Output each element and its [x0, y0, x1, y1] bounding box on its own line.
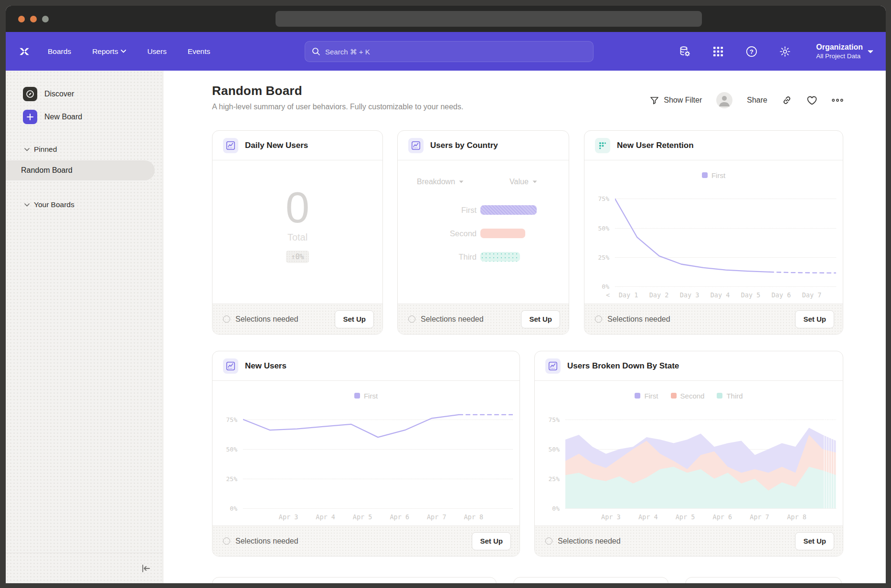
chart-x-labels: <Day 1Day 2Day 3Day 4Day 5Day 6Day 7	[584, 286, 843, 304]
status-message: Selections needed	[408, 315, 484, 324]
x-axis-label: Day 5	[736, 291, 765, 299]
y-axis-tick: 0%	[216, 505, 237, 512]
metric-delta-badge: ↑0%	[286, 251, 308, 263]
legend-item[interactable]: First	[354, 392, 378, 400]
avatar[interactable]	[716, 92, 732, 108]
status-circle-icon	[408, 315, 415, 323]
y-axis-tick: 0%	[539, 505, 560, 512]
browser-window: Boards Reports Users Events	[6, 6, 886, 583]
status-message: Selections needed	[595, 315, 670, 324]
set-up-button[interactable]: Set Up	[795, 532, 834, 550]
mixpanel-logo-icon[interactable]	[18, 45, 31, 58]
nav-item-boards[interactable]: Boards	[48, 47, 71, 56]
sidebar-footer	[6, 553, 163, 583]
legend-item[interactable]: First	[702, 171, 725, 179]
collapse-sidebar-icon[interactable]	[141, 564, 151, 573]
card-title: Users Broken Down By State	[567, 361, 679, 371]
search-input[interactable]	[325, 48, 586, 56]
y-axis-tick: 50%	[539, 445, 560, 452]
y-axis-tick: 75%	[588, 195, 609, 202]
sidebar-item-discover[interactable]: Discover	[6, 86, 163, 102]
window-minimize-button[interactable]	[30, 16, 37, 22]
org-switcher[interactable]: Organization All Project Data	[816, 42, 873, 60]
line-chart-icon	[408, 138, 424, 153]
x-axis-label: Apr 5	[344, 513, 381, 521]
metric-value: 0	[286, 185, 309, 230]
browser-titlebar	[6, 6, 886, 32]
users-by-state-chart: FirstSecondThird75%50%25%0%Apr 3Apr 4Apr…	[535, 381, 843, 525]
forecast-band	[824, 408, 836, 508]
org-name: Organization	[816, 42, 863, 52]
card-new-users: New Users First75%50%25%0%Apr 3Apr 4Apr …	[212, 351, 520, 556]
x-axis-label: Day 3	[675, 291, 704, 299]
card-daily-new-users: Daily New Users 0 Total ↑0% Selections n…	[212, 130, 383, 335]
legend-item[interactable]: First	[635, 392, 658, 400]
x-axis-label: Day 7	[797, 291, 826, 299]
nav-item-reports[interactable]: Reports	[92, 47, 126, 56]
legend-item[interactable]: Second	[671, 392, 705, 400]
window-zoom-button[interactable]	[42, 16, 49, 22]
y-axis-tick: 75%	[539, 416, 560, 423]
chart-plot: 75%50%25%0%	[539, 408, 839, 508]
share-button[interactable]: Share	[747, 96, 767, 105]
address-bar[interactable]	[276, 11, 702, 27]
settings-gear-icon[interactable]	[779, 45, 791, 58]
set-up-button[interactable]: Set Up	[795, 310, 834, 328]
nav-item-users[interactable]: Users	[147, 47, 166, 56]
chevron-down-icon	[24, 203, 30, 207]
x-axis-label: Apr 8	[778, 513, 816, 521]
global-search[interactable]	[305, 41, 594, 62]
legend-item[interactable]: Third	[717, 392, 742, 400]
card-stacked-line-graph: Stacked Line Graph	[212, 577, 497, 583]
data-management-icon[interactable]	[679, 45, 691, 58]
status-circle-icon	[595, 315, 602, 323]
value-dropdown[interactable]: Value	[509, 178, 537, 186]
set-up-button[interactable]: Set Up	[335, 310, 374, 328]
card-insights-report: Insights Report	[513, 577, 668, 583]
sidebar-item-random-board[interactable]: Random Board	[6, 160, 155, 180]
window-close-button[interactable]	[18, 16, 25, 22]
breakdown-dropdown[interactable]: Breakdown	[417, 178, 464, 186]
card-users-by-state: Users Broken Down By State FirstSecondTh…	[534, 351, 843, 556]
country-row: Second	[398, 229, 569, 238]
chart-x-labels: Apr 3Apr 4Apr 5Apr 6Apr 7Apr 8	[239, 508, 517, 525]
compass-icon	[23, 87, 37, 101]
x-axis-label: Apr 4	[307, 513, 344, 521]
y-axis-tick: 0%	[588, 283, 609, 290]
sidebar-section-your-boards[interactable]: Your Boards	[6, 199, 163, 211]
nav-item-events[interactable]: Events	[188, 47, 210, 56]
sidebar-item-new-board[interactable]: New Board	[6, 109, 163, 125]
line-chart-icon	[223, 138, 238, 153]
scroll-left-icon[interactable]: <	[604, 291, 612, 299]
help-icon[interactable]: ?	[745, 45, 758, 58]
copy-link-icon[interactable]	[782, 95, 792, 105]
ghost-bar	[480, 229, 525, 238]
y-axis-tick: 25%	[588, 253, 609, 261]
more-options-icon[interactable]	[832, 99, 843, 102]
show-filter-button[interactable]: Show Filter	[650, 96, 702, 105]
metric-label: Total	[287, 232, 308, 243]
card-title: Users by Country	[430, 141, 498, 150]
chart-legend: First	[212, 388, 520, 403]
y-axis-tick: 25%	[216, 475, 237, 482]
main-content: Random Board A high-level summary of use…	[163, 71, 886, 583]
x-axis-label: Apr 7	[418, 513, 455, 521]
favorite-heart-icon[interactable]	[806, 95, 817, 105]
y-axis-tick: 25%	[539, 475, 560, 482]
set-up-button[interactable]: Set Up	[521, 310, 560, 328]
card-title: New User Retention	[617, 141, 694, 150]
apps-grid-icon[interactable]	[712, 45, 724, 58]
sidebar-section-pinned[interactable]: Pinned	[6, 143, 163, 156]
x-axis-label: Day 6	[767, 291, 796, 299]
status-circle-icon	[223, 537, 230, 545]
y-axis-tick: 50%	[588, 224, 609, 231]
card-users-by-country: Users by Country Breakdown Value	[397, 130, 569, 335]
search-icon	[312, 47, 320, 56]
status-circle-icon	[223, 315, 230, 323]
y-axis-tick: 50%	[216, 445, 237, 452]
set-up-button[interactable]: Set Up	[472, 532, 511, 550]
chevron-down-icon	[868, 50, 873, 53]
retention-chart: First75%50%25%0%<Day 1Day 2Day 3Day 4Day…	[584, 160, 843, 304]
chart-legend: FirstSecondThird	[535, 388, 843, 403]
card-active-users: Active Users	[685, 577, 842, 583]
